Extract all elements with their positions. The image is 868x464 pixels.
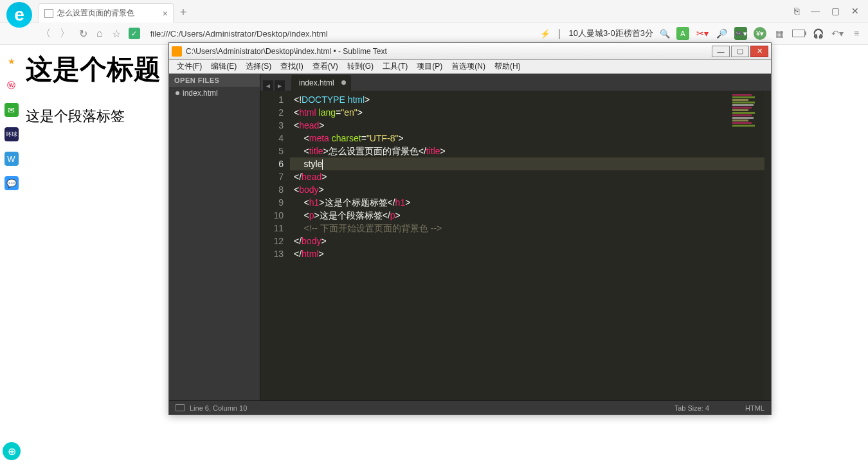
tab-dirty-dot-icon xyxy=(341,80,346,85)
undo-icon[interactable]: ↶▾ xyxy=(831,27,844,40)
news-ticker[interactable]: 10人曼城3-0距榜首3分 xyxy=(569,28,653,39)
sublime-app-icon xyxy=(172,46,182,57)
sublime-titlebar[interactable]: C:\Users\Administrator\Desktop\index.htm… xyxy=(169,43,771,60)
word-sidebar-icon[interactable]: W xyxy=(5,152,19,166)
menu-edit[interactable]: 编辑(E) xyxy=(207,60,240,73)
translate-icon[interactable]: A xyxy=(676,27,689,40)
editor-tab-strip: ◄ ► index.html xyxy=(260,74,771,91)
editor-tab[interactable]: index.html xyxy=(291,75,351,91)
menu-selection[interactable]: 选择(S) xyxy=(242,60,275,73)
separator: │ xyxy=(557,29,562,39)
security-shield-icon[interactable]: ✓ xyxy=(129,28,140,39)
headphone-icon[interactable]: 🎧 xyxy=(811,27,824,40)
favorite-button[interactable]: ☆ xyxy=(112,28,121,40)
new-tab-button[interactable]: + xyxy=(174,3,193,22)
open-file-name: index.html xyxy=(183,89,218,98)
magnify-icon[interactable]: 🔎 xyxy=(715,27,728,40)
maximize-icon[interactable]: ▢ xyxy=(831,6,840,16)
forward-button[interactable]: 〉 xyxy=(60,27,70,40)
toolbar-right: ⚡ │ 10人曼城3-0距榜首3分 🔍 A ✂▾ 🔎 🎮▾ ¥▾ ▦ 🎧 ↶▾ … xyxy=(540,27,863,40)
open-files-header: OPEN FILES xyxy=(169,74,260,87)
hamburger-menu-icon[interactable]: ≡ xyxy=(850,27,863,40)
news-sidebar-icon[interactable]: 环球 xyxy=(5,127,19,141)
editor-tab-label: index.html xyxy=(299,78,334,87)
reload-button[interactable]: ↻ xyxy=(79,28,87,40)
sublime-window: C:\Users\Administrator\Desktop\index.htm… xyxy=(168,42,772,415)
tab-nav-right-icon[interactable]: ► xyxy=(275,80,285,91)
code-content[interactable]: <!DOCTYPE html> <html lang="en"> <head> … xyxy=(290,91,771,400)
pin-icon[interactable]: ⎘ xyxy=(794,6,799,16)
unsaved-dot-icon xyxy=(176,91,179,95)
text-cursor xyxy=(322,159,323,170)
battery-icon[interactable] xyxy=(792,27,805,40)
sublime-maximize-button[interactable]: ▢ xyxy=(731,46,749,57)
menu-preferences[interactable]: 首选项(N) xyxy=(448,60,489,73)
browser-logo[interactable]: e xyxy=(0,0,39,22)
sublime-minimize-button[interactable]: ― xyxy=(712,46,730,57)
add-sidebar-button[interactable]: ⊕ xyxy=(3,442,21,460)
apps-grid-icon[interactable]: ▦ xyxy=(773,27,786,40)
search-icon[interactable]: 🔍 xyxy=(660,29,670,39)
page-favicon xyxy=(44,9,53,18)
editor-scrollbar[interactable] xyxy=(764,91,771,400)
browser-tab[interactable]: 怎么设置页面的背景色 × xyxy=(39,3,174,22)
page-heading: 这是个标题 xyxy=(26,51,161,87)
menu-tools[interactable]: 工具(T) xyxy=(379,60,411,73)
chat-sidebar-icon[interactable]: 💬 xyxy=(5,176,19,190)
sublime-menu-bar: 文件(F) 编辑(E) 选择(S) 查找(I) 查看(V) 转到(G) 工具(T… xyxy=(169,60,771,74)
menu-goto[interactable]: 转到(G) xyxy=(343,60,377,73)
browser-address-bar: 〈 〉 ↻ ⌂ ☆ ✓ file:///C:/Users/Administrat… xyxy=(0,22,868,45)
menu-view[interactable]: 查看(V) xyxy=(309,60,342,73)
sublime-title-text: C:\Users\Administrator\Desktop\index.htm… xyxy=(186,47,387,56)
sublime-editor-area: ◄ ► index.html 12345678910111213 <!DOCTY… xyxy=(260,74,771,400)
tab-nav-left-icon[interactable]: ◄ xyxy=(263,80,273,91)
browser-tab-title: 怎么设置页面的背景色 xyxy=(57,8,134,19)
home-button[interactable]: ⌂ xyxy=(96,28,103,39)
mail-sidebar-icon[interactable]: ✉ xyxy=(5,103,19,117)
page-viewport: 这是个标题 这是个段落标签 xyxy=(26,51,161,126)
browser-sidebar: ★ ⓦ ✉ 环球 W 💬 xyxy=(0,45,23,190)
url-display[interactable]: file:///C:/Users/Administrator/Desktop/i… xyxy=(148,29,533,39)
sublime-sidebar: OPEN FILES index.html xyxy=(169,74,260,400)
menu-file[interactable]: 文件(F) xyxy=(173,60,206,73)
current-line-highlight xyxy=(290,157,771,170)
minimap[interactable] xyxy=(732,93,764,132)
status-syntax[interactable]: HTML xyxy=(745,404,764,412)
page-paragraph: 这是个段落标签 xyxy=(26,107,161,126)
sublime-close-button[interactable]: ✕ xyxy=(750,46,768,57)
back-button[interactable]: 〈 xyxy=(41,27,51,40)
minimize-icon[interactable]: ― xyxy=(811,6,820,16)
menu-help[interactable]: 帮助(H) xyxy=(491,60,525,73)
status-cursor-position[interactable]: Line 6, Column 10 xyxy=(190,404,247,412)
sublime-status-bar: Line 6, Column 10 Tab Size: 4 HTML xyxy=(169,400,771,415)
close-icon[interactable]: ✕ xyxy=(851,6,859,16)
menu-project[interactable]: 项目(P) xyxy=(413,60,446,73)
wallet-icon[interactable]: ¥▾ xyxy=(754,27,766,40)
browser-tabs-row: e 怎么设置页面的背景色 × + ⎘ ― ▢ ✕ xyxy=(0,0,868,22)
status-tab-size[interactable]: Tab Size: 4 xyxy=(674,404,709,412)
gamepad-icon[interactable]: 🎮▾ xyxy=(734,27,747,40)
sidebar-bottom: ⊕ xyxy=(3,442,21,460)
favorites-sidebar-icon[interactable]: ★ xyxy=(5,54,19,68)
line-number-gutter: 12345678910111213 xyxy=(260,91,290,400)
menu-find[interactable]: 查找(I) xyxy=(276,60,307,73)
close-tab-icon[interactable]: × xyxy=(163,8,168,19)
status-panel-icon[interactable] xyxy=(176,404,185,411)
window-controls: ⎘ ― ▢ ✕ xyxy=(785,0,868,22)
browser-tab-strip: 怎么设置页面的背景色 × + xyxy=(39,0,785,22)
bolt-icon[interactable]: ⚡ xyxy=(540,29,550,39)
scissors-icon[interactable]: ✂▾ xyxy=(696,27,709,40)
open-file-item[interactable]: index.html xyxy=(169,87,260,100)
nav-button-group: 〈 〉 ↻ ⌂ ☆ xyxy=(5,27,121,40)
weibo-sidebar-icon[interactable]: ⓦ xyxy=(5,78,19,93)
code-editor[interactable]: 12345678910111213 <!DOCTYPE html> <html … xyxy=(260,91,771,400)
